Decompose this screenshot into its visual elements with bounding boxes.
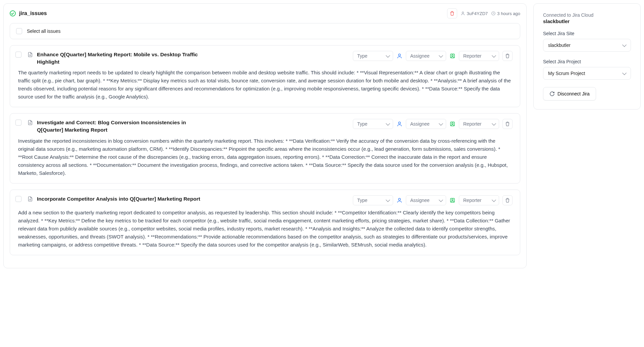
svg-point-0 — [462, 12, 464, 13]
status-success-icon — [10, 10, 16, 16]
disconnect-button[interactable]: Disconnect Jira — [543, 87, 596, 100]
reporter-icon — [449, 197, 455, 203]
workspace-name: slackbutler — [543, 18, 631, 24]
assignee-icon — [396, 121, 402, 127]
issue-checkbox[interactable] — [15, 120, 21, 126]
site-select-label: Select Jira Site — [543, 31, 631, 36]
issue-checkbox[interactable] — [15, 52, 21, 58]
select-all-label: Select all issues — [27, 28, 60, 34]
issue-card: Incorporate Competitor Analysis into Q[Q… — [10, 190, 520, 255]
delete-issue-button[interactable] — [502, 119, 513, 129]
site-select[interactable]: slackbutler — [543, 39, 631, 52]
type-select[interactable]: Type — [353, 51, 393, 61]
document-icon — [28, 196, 33, 202]
clock-icon — [491, 11, 496, 16]
issue-title: Incorporate Competitor Analysis into Q[Q… — [37, 195, 200, 203]
svg-point-8 — [398, 198, 400, 200]
delete-issue-button[interactable] — [502, 51, 513, 61]
document-icon — [28, 120, 33, 126]
svg-point-4 — [452, 55, 453, 56]
svg-point-5 — [398, 122, 400, 124]
type-select[interactable]: Type — [353, 119, 393, 129]
assignee-select[interactable]: Assignee — [406, 195, 446, 205]
svg-point-2 — [398, 54, 400, 56]
issue-description: Investigate the reported inconsistencies… — [18, 137, 513, 177]
panel-header: jira_issues 3uF4YZD7 3 hours ago — [10, 8, 520, 18]
issue-description: The quarterly marketing report needs to … — [18, 69, 513, 101]
user-icon — [461, 11, 465, 16]
select-all-row: Select all issues — [10, 23, 520, 39]
trash-icon — [505, 54, 510, 58]
reporter-icon — [449, 121, 455, 127]
document-icon — [28, 52, 33, 58]
svg-point-7 — [452, 123, 453, 125]
issue-description: Add a new section to the quarterly marke… — [18, 209, 513, 249]
reporter-icon — [449, 53, 455, 59]
trash-icon — [505, 198, 510, 203]
trash-icon — [505, 122, 510, 126]
timestamp-meta: 3 hours ago — [491, 11, 520, 16]
assignee-select[interactable]: Assignee — [406, 119, 446, 129]
assignee-icon — [396, 197, 402, 203]
issue-title: Enhance Q[Quarter] Marketing Report: Mob… — [37, 51, 211, 65]
refresh-icon — [549, 91, 555, 96]
reporter-select[interactable]: Reporter — [459, 51, 499, 61]
issue-checkbox[interactable] — [15, 196, 21, 202]
trash-icon — [450, 11, 454, 16]
delete-all-button[interactable] — [447, 8, 457, 18]
type-select[interactable]: Type — [353, 195, 393, 205]
issue-card: Investigate and Correct: Blog Conversion… — [10, 113, 520, 183]
assignee-select[interactable]: Assignee — [406, 51, 446, 61]
assignee-icon — [396, 53, 402, 59]
issue-card: Enhance Q[Quarter] Marketing Report: Mob… — [10, 45, 520, 107]
svg-point-10 — [452, 199, 453, 201]
user-id-meta: 3uF4YZD7 — [461, 11, 488, 16]
connected-label: Connected to Jira Cloud — [543, 12, 631, 18]
select-all-checkbox[interactable] — [16, 28, 22, 34]
project-select-label: Select Jira Project — [543, 59, 631, 64]
reporter-select[interactable]: Reporter — [459, 119, 499, 129]
delete-issue-button[interactable] — [502, 195, 513, 205]
issue-title: Investigate and Correct: Blog Conversion… — [37, 119, 211, 133]
reporter-select[interactable]: Reporter — [459, 195, 499, 205]
jira-connection-panel: Connected to Jira Cloud slackbutler Sele… — [533, 3, 641, 110]
panel-title: jira_issues — [19, 10, 47, 16]
issues-panel: jira_issues 3uF4YZD7 3 hours ago Select … — [3, 3, 527, 268]
project-select[interactable]: My Scrum Project — [543, 67, 631, 80]
